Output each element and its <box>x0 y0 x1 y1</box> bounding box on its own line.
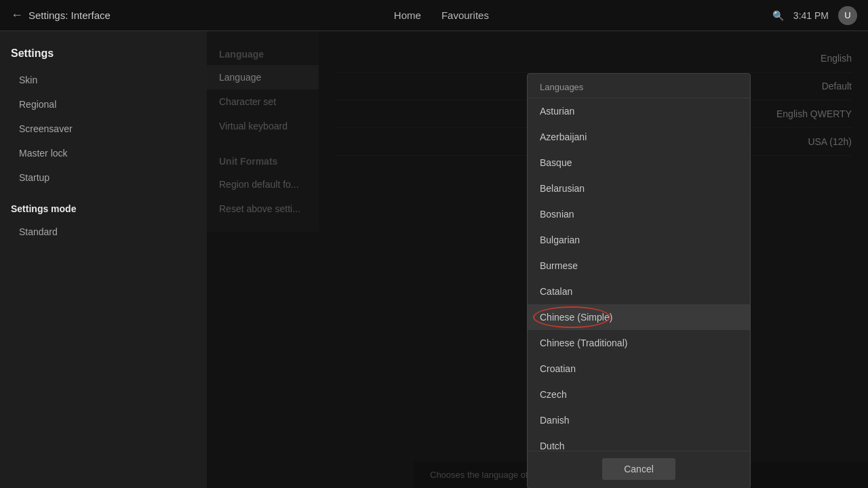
dropdown-item[interactable]: Dutch <box>528 433 750 451</box>
topbar-nav: Home Favourites <box>394 9 489 21</box>
cancel-button[interactable]: Cancel <box>602 458 675 480</box>
sidebar-settings-mode-title: Settings mode <box>11 203 196 214</box>
language-dropdown: Languages AsturianAzerbaijaniBasqueBelar… <box>527 73 751 488</box>
nav-home[interactable]: Home <box>394 9 421 21</box>
dropdown-item[interactable]: Bosnian <box>528 201 750 227</box>
dropdown-item[interactable]: Chinese (Traditional) <box>528 330 750 356</box>
sidebar-item-startup[interactable]: Startup <box>11 167 196 188</box>
dropdown-item[interactable]: Bulgarian <box>528 227 750 253</box>
dropdown-item[interactable]: Czech <box>528 382 750 407</box>
back-arrow-icon[interactable]: ← <box>11 8 23 22</box>
dropdown-item[interactable]: Azerbaijani <box>528 124 750 150</box>
dropdown-item[interactable]: Danish <box>528 407 750 433</box>
page-title: Settings: Interface <box>28 9 111 21</box>
topbar: ← Settings: Interface Home Favourites 🔍 … <box>0 0 868 31</box>
dropdown-item[interactable]: Asturian <box>528 98 750 124</box>
dropdown-footer: Cancel <box>528 451 750 488</box>
sidebar-item-screensaver[interactable]: Screensaver <box>11 118 196 140</box>
sidebar-item-regional[interactable]: Regional <box>11 94 196 115</box>
sidebar-item-skin[interactable]: Skin <box>11 69 196 91</box>
dropdown-item[interactable]: Burmese <box>528 253 750 279</box>
nav-favourites[interactable]: Favourites <box>441 9 489 21</box>
dropdown-item[interactable]: Croatian <box>528 356 750 382</box>
dropdown-header: Languages <box>528 74 750 98</box>
sidebar-item-masterlock[interactable]: Master lock <box>11 142 196 164</box>
content-area: Language Language Character set Virtual … <box>207 31 868 488</box>
dropdown-item[interactable]: Chinese (Simple) <box>528 304 750 330</box>
left-sidebar: Settings Skin Regional Screensaver Maste… <box>0 31 207 488</box>
sidebar-item-standard[interactable]: Standard <box>11 221 196 243</box>
dropdown-item[interactable]: Basque <box>528 150 750 176</box>
avatar[interactable]: U <box>838 6 857 25</box>
topbar-left: ← Settings: Interface <box>11 8 111 22</box>
sidebar-settings-title: Settings <box>11 47 196 60</box>
time-display: 3:41 PM <box>793 10 829 21</box>
dropdown-item[interactable]: Belarusian <box>528 176 750 201</box>
topbar-right: 🔍 3:41 PM U <box>772 6 857 25</box>
search-icon[interactable]: 🔍 <box>772 10 784 21</box>
dropdown-item[interactable]: Catalan <box>528 279 750 304</box>
dropdown-list[interactable]: AsturianAzerbaijaniBasqueBelarusianBosni… <box>528 98 750 451</box>
main-layout: Settings Skin Regional Screensaver Maste… <box>0 31 868 488</box>
